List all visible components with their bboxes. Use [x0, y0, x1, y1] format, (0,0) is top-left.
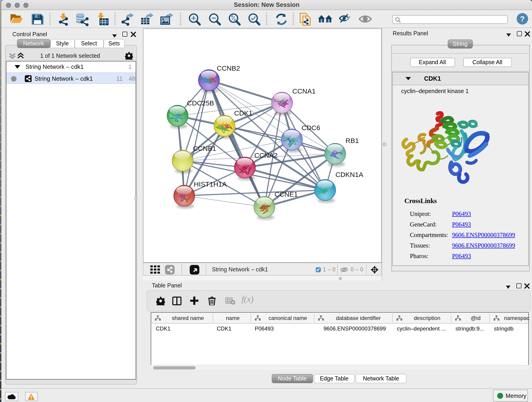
- svg-text:CCNE1: CCNE1: [274, 191, 298, 198]
- svg-text:RB1: RB1: [345, 137, 359, 144]
- svg-text:CDK1: CDK1: [234, 109, 252, 117]
- svg-text:CDC6: CDC6: [301, 124, 320, 132]
- svg-text:CCNA2: CCNA2: [254, 152, 278, 159]
- svg-text:HIST1H1A: HIST1H1A: [194, 180, 226, 188]
- svg-text:CCNB1: CCNB1: [193, 145, 216, 152]
- svg-text:CCNA1: CCNA1: [292, 87, 316, 95]
- svg-text:CDKN1A: CDKN1A: [335, 171, 363, 178]
- svg-text:?: ?: [520, 14, 525, 23]
- svg-text:CCNB2: CCNB2: [216, 64, 240, 72]
- svg-text:CDC25B: CDC25B: [187, 99, 214, 107]
